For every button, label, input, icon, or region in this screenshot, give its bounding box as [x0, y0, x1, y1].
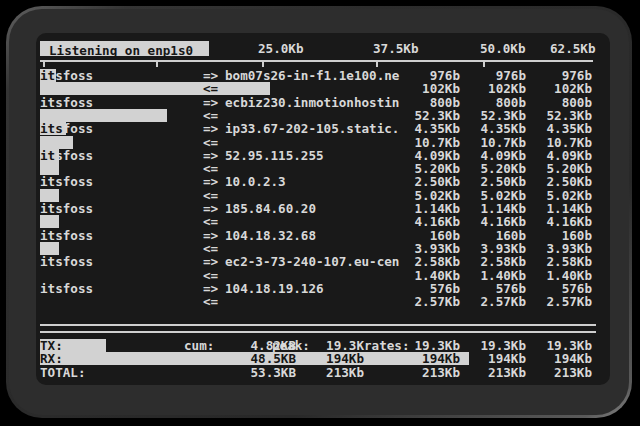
source-host: itsfoss	[40, 282, 93, 295]
rx-rate-c3: 102Kb	[536, 82, 592, 95]
terminal-window-frame: Listening on enp1s0 25.0Kb 37.5Kb 50.0Kb…	[6, 6, 632, 418]
footer-divider-top	[40, 324, 596, 326]
source-host: itsfoss	[40, 229, 93, 242]
connection-row-tx: itsfoss=>ip33.67-202-105.static.4.35Kb4.…	[36, 122, 610, 135]
footer-rate-c3: 19.3Kb	[536, 339, 592, 352]
tx-rate-c1: 576b	[404, 282, 460, 295]
rx-rate-c3: 1.40Kb	[536, 269, 592, 282]
rx-rate-bar	[40, 162, 59, 175]
source-host: itsfoss	[40, 175, 93, 188]
tx-rate-c2: 2.50Kb	[470, 175, 526, 188]
source-host: itsfoss	[40, 202, 93, 215]
peak-value: 194Kb	[306, 352, 364, 365]
rx-rate-c1: 10.7Kb	[404, 136, 460, 149]
tx-arrow-icon: =>	[203, 202, 218, 215]
tx-arrow-icon: =>	[203, 149, 218, 162]
tx-rate-c1: 976b	[404, 69, 460, 82]
terminal-screen[interactable]: Listening on enp1s0 25.0Kb 37.5Kb 50.0Kb…	[36, 33, 610, 385]
rx-rate-c1: 4.16Kb	[404, 215, 460, 228]
connection-row-tx: itsfoss=>185.84.60.201.14Kb1.14Kb1.14Kb	[36, 202, 610, 215]
tx-rate-c2: 4.35Kb	[470, 122, 526, 135]
source-host-highlight: it	[40, 68, 55, 83]
remote-host: 104.18.32.68	[225, 229, 316, 242]
rx-rate-c3: 52.3Kb	[536, 109, 592, 122]
rx-rate-c1: 52.3Kb	[404, 109, 460, 122]
connection-row-rx: <=52.3Kb52.3Kb52.3Kb	[36, 109, 610, 122]
rx-rate-c1: 5.20Kb	[404, 162, 460, 175]
tx-arrow-icon: =>	[203, 69, 218, 82]
rx-rate-bar	[40, 136, 73, 149]
connection-row-rx: <=2.57Kb2.57Kb2.57Kb	[36, 295, 610, 308]
scale-label-25kb: 25.0Kb	[258, 41, 304, 56]
listening-status-text: Listening on enp1s0	[49, 43, 193, 58]
rx-rate-c2: 102Kb	[470, 82, 526, 95]
tx-rate-c3: 2.58Kb	[536, 255, 592, 268]
tx-rate-c1: 2.58Kb	[404, 255, 460, 268]
connection-row-tx: itsfoss=>52.95.115.2554.09Kb4.09Kb4.09Kb	[36, 149, 610, 162]
rx-rate-bar	[40, 215, 59, 228]
rx-rate-c3: 4.16Kb	[536, 215, 592, 228]
rx-arrow-icon: <=	[203, 189, 218, 202]
rx-rate-c2: 5.02Kb	[470, 189, 526, 202]
tx-rate-c3: 160b	[536, 229, 592, 242]
rx-rate-c1: 1.40Kb	[404, 269, 460, 282]
tx-rate-c1: 1.14Kb	[404, 202, 460, 215]
footer-rate-c3: 194Kb	[536, 352, 592, 365]
rx-rate-c2: 4.16Kb	[470, 215, 526, 228]
tx-rate-c3: 4.35Kb	[536, 122, 592, 135]
scale-tick-4	[483, 60, 485, 67]
footer-rate-c2: 194Kb	[470, 352, 526, 365]
tx-arrow-icon: =>	[203, 175, 218, 188]
rx-rate-c3: 3.93Kb	[536, 242, 592, 255]
tx-rate-c3: 800b	[536, 96, 592, 109]
peak-value: 19.3K	[306, 339, 364, 352]
connection-row-rx: <=10.7Kb10.7Kb10.7Kb	[36, 136, 610, 149]
tx-rate-c2: 2.58Kb	[470, 255, 526, 268]
remote-host: ec2-3-73-240-107.eu-cen	[225, 255, 399, 268]
remote-host: 10.0.2.3	[225, 175, 286, 188]
footer-rate-c2: 19.3Kb	[470, 339, 526, 352]
rx-rate-c2: 10.7Kb	[470, 136, 526, 149]
source-host-highlight: its	[40, 121, 63, 136]
source-host: itsfoss	[40, 69, 93, 82]
rx-rate-bar	[40, 82, 270, 95]
rx-rate-bar	[40, 109, 167, 122]
rx-arrow-icon: <=	[203, 162, 218, 175]
scale-tick-2	[262, 60, 264, 67]
footer-row-label: TX:	[40, 339, 63, 352]
footer-divider-bottom	[40, 331, 596, 333]
peak-value: 213Kb	[306, 366, 364, 379]
rx-arrow-icon: <=	[203, 242, 218, 255]
footer-row-label: TOTAL:	[40, 366, 86, 379]
connection-row-rx: <=5.20Kb5.20Kb5.20Kb	[36, 162, 610, 175]
tx-rate-c1: 800b	[404, 96, 460, 109]
rx-total-row: RX:48.5KB194Kb194Kb194Kb194Kb	[36, 352, 610, 365]
source-host-highlight: it	[40, 148, 55, 163]
tx-arrow-icon: =>	[203, 229, 218, 242]
remote-host: bom07s26-in-f1.1e100.ne	[225, 69, 399, 82]
tx-total-row: TX:4.82KB19.3K19.3Kb19.3Kb19.3Kb	[36, 339, 610, 352]
connection-row-tx: itsfoss=>ecbiz230.inmotionhostin800b800b…	[36, 96, 610, 109]
grand-total-row: TOTAL:53.3KB213Kb213Kb213Kb213Kb	[36, 366, 610, 379]
source-host: itsfoss	[40, 96, 93, 109]
remote-host: 52.95.115.255	[225, 149, 324, 162]
scale-tick-3	[376, 60, 378, 67]
tx-rate-c2: 1.14Kb	[470, 202, 526, 215]
cumulative-value: 48.5KB	[236, 352, 296, 365]
remote-host: 185.84.60.20	[225, 202, 316, 215]
scale-axis-line	[40, 60, 593, 62]
tx-arrow-icon: =>	[203, 122, 218, 135]
connection-row-tx: itsfoss=>bom07s26-in-f1.1e100.ne976b976b…	[36, 69, 610, 82]
tx-rate-c1: 2.50Kb	[404, 175, 460, 188]
tx-rate-c1: 4.09Kb	[404, 149, 460, 162]
rx-arrow-icon: <=	[203, 109, 218, 122]
rx-arrow-icon: <=	[203, 269, 218, 282]
cumulative-value: 4.82KB	[236, 339, 296, 352]
footer-row-label: RX:	[40, 352, 63, 365]
footer-rate-c2: 213Kb	[470, 366, 526, 379]
rx-rate-c1: 5.02Kb	[404, 189, 460, 202]
rx-rate-c2: 5.20Kb	[470, 162, 526, 175]
desktop-background: Listening on enp1s0 25.0Kb 37.5Kb 50.0Kb…	[0, 0, 640, 426]
tx-rate-c2: 160b	[470, 229, 526, 242]
connection-row-tx: itsfoss=>104.18.19.126576b576b576b	[36, 282, 610, 295]
